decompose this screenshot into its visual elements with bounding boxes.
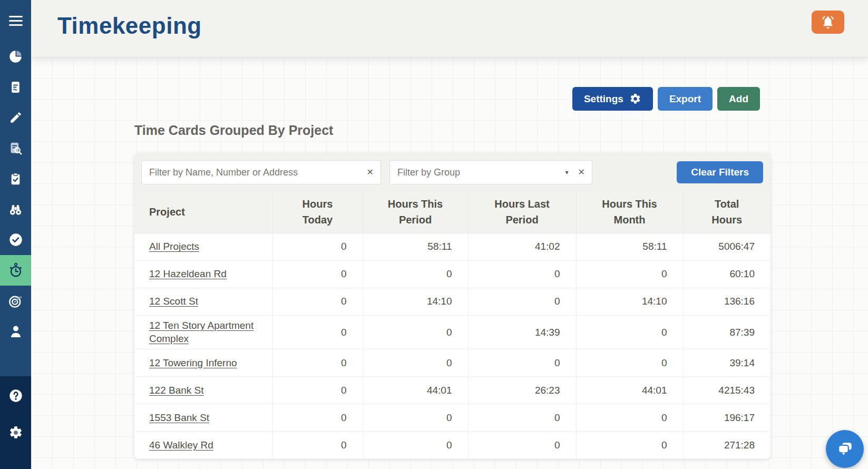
document-icon [9,81,22,94]
name-filter-wrap: ✕ [141,160,381,184]
group-filter-input[interactable] [397,167,563,178]
check-circle-icon [8,232,23,247]
project-cell: All Projects [134,233,272,260]
project-link[interactable]: 12 Scott St [149,296,198,307]
filter-bar: ✕ ▾ ✕ Clear Filters [134,153,771,191]
project-link[interactable]: 12 Hazeldean Rd [149,268,227,279]
gear-icon [8,425,23,440]
hours-this-month-cell: 44:01 [576,377,683,404]
hamburger-icon [9,16,23,26]
sidebar [0,0,31,469]
column-header-hours-this-period: Hours ThisPeriod [363,191,468,233]
hours-this-period-cell: 44:01 [363,377,468,404]
settings-button-label: Settings [584,93,623,105]
hours-this-month-cell: 0 [576,432,683,459]
menu-toggle-button[interactable] [0,0,31,41]
project-cell: 46 Walkley Rd [134,432,272,459]
sidebar-item-people[interactable] [0,316,31,347]
hours-last-period-cell: 0 [468,260,576,288]
name-filter-input[interactable] [149,167,363,178]
sidebar-item-help[interactable] [0,380,31,411]
gear-icon [629,93,641,105]
hours-this-month-cell: 0 [576,260,683,288]
project-link[interactable]: All Projects [149,241,199,252]
project-link[interactable]: 1553 Bank St [149,412,209,423]
export-button-label: Export [669,93,701,105]
hours-last-period-cell: 0 [468,349,576,377]
sidebar-item-dashboard[interactable] [0,41,31,72]
hours-this-month-cell: 58:11 [576,233,683,260]
hours-this-period-cell: 0 [363,315,468,349]
total-hours-cell: 39:14 [683,349,771,377]
table-header-row: Project HoursToday Hours ThisPeriod Hour… [134,191,771,233]
table-row: All Projects 0 58:11 41:02 58:11 5006:47 [134,233,771,260]
person-icon [8,324,23,339]
hours-today-cell: 0 [272,260,363,288]
time-cards-panel: ✕ ▾ ✕ Clear Filters [134,153,771,459]
chat-bubbles-icon [835,439,855,459]
sidebar-item-timekeeping[interactable] [0,255,31,286]
settings-button[interactable]: Settings [572,87,653,111]
clear-name-filter-icon[interactable]: ✕ [367,168,374,177]
column-header-hours-today: HoursToday [272,191,363,233]
total-hours-cell: 271:28 [683,432,771,459]
hours-last-period-cell: 0 [468,288,576,315]
project-link[interactable]: 12 Towering Inferno [149,357,237,368]
total-hours-cell: 136:16 [683,288,771,315]
hours-this-month-cell: 0 [576,404,683,432]
total-hours-cell: 60:10 [683,260,771,288]
hours-last-period-cell: 26:23 [468,377,576,404]
binoculars-icon [8,202,23,217]
project-cell: 1553 Bank St [134,404,272,432]
project-cell: 122 Bank St [134,377,272,404]
sidebar-item-settings[interactable] [0,417,31,448]
sidebar-item-edit[interactable] [0,102,31,133]
sidebar-item-goals[interactable] [0,286,31,316]
table-row: 122 Bank St 0 44:01 26:23 44:01 4215:43 [134,377,771,404]
project-link[interactable]: 122 Bank St [149,385,204,396]
total-hours-cell: 5006:47 [683,233,771,260]
add-button-label: Add [729,93,748,105]
time-cards-table: Project HoursToday Hours ThisPeriod Hour… [134,191,771,459]
add-button[interactable]: Add [717,87,760,111]
total-hours-cell: 87:39 [683,315,771,349]
pie-chart-icon [8,50,23,64]
project-link[interactable]: 12 Ten Story Apartment Complex [149,320,253,345]
chat-widget-button[interactable] [826,430,864,468]
column-header-hours-last-period: Hours LastPeriod [468,191,576,233]
sidebar-bottom-section [0,376,31,469]
hours-this-period-cell: 14:10 [363,288,468,315]
export-button[interactable]: Export [658,87,713,111]
clear-filters-button[interactable]: Clear Filters [677,161,763,183]
column-header-project: Project [134,191,272,233]
clear-group-filter-icon[interactable]: ✕ [578,168,585,177]
sidebar-item-lookup[interactable] [0,194,31,224]
hours-today-cell: 0 [272,288,363,315]
stopwatch-icon [8,262,24,278]
table-row: 12 Ten Story Apartment Complex 0 0 14:39… [134,315,771,349]
main-area: Timekeeping Settings Export [31,0,868,469]
hours-this-month-cell: 14:10 [576,288,683,315]
sidebar-item-approvals[interactable] [0,224,31,255]
hours-today-cell: 0 [272,315,363,349]
sidebar-item-tasks[interactable] [0,163,31,194]
bell-icon [820,14,836,30]
sidebar-item-documents[interactable] [0,72,31,102]
app-title: Timekeeping [57,13,202,39]
hours-last-period-cell: 41:02 [468,233,576,260]
project-link[interactable]: 46 Walkley Rd [149,439,213,451]
hours-last-period-cell: 0 [468,404,576,432]
column-header-total-hours: TotalHours [683,191,771,233]
document-search-icon [8,141,23,155]
notifications-button[interactable] [812,11,844,34]
hours-this-period-cell: 0 [363,432,468,459]
hours-this-month-cell: 0 [576,349,683,377]
group-filter-wrap: ▾ ✕ [389,160,592,184]
sidebar-item-document-search[interactable] [0,133,31,163]
total-hours-cell: 4215:43 [683,377,771,404]
project-cell: 12 Scott St [134,288,272,315]
chevron-down-icon[interactable]: ▾ [565,169,569,175]
hours-today-cell: 0 [272,432,363,459]
hours-today-cell: 0 [272,404,363,432]
hours-today-cell: 0 [272,233,363,260]
